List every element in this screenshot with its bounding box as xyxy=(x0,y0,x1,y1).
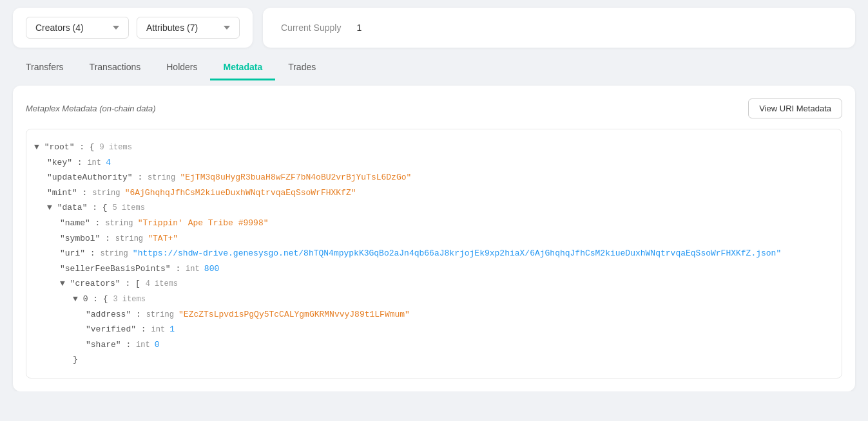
creators-collapse[interactable]: ▼ xyxy=(60,279,65,288)
creators-line: ▼ "creators" : [ 4 items xyxy=(34,276,831,292)
metadata-card: Metaplex Metadata (on-chain data) View U… xyxy=(13,86,855,391)
key-type: int xyxy=(87,158,106,167)
attributes-chevron-icon xyxy=(224,26,230,30)
item0-label: 0 : { xyxy=(83,294,108,304)
key-value: 4 xyxy=(106,158,111,167)
share-value: 0 xyxy=(155,340,160,350)
tab-trades[interactable]: Trades xyxy=(275,55,329,80)
supply-panel: Current Supply 1 xyxy=(263,8,855,48)
verified-value: 1 xyxy=(169,324,175,334)
uri-type: string xyxy=(100,249,132,258)
symbol-value: "TAT+" xyxy=(148,234,178,243)
uri-label: "uri" : xyxy=(60,248,95,258)
data-collapse[interactable]: ▼ xyxy=(47,203,52,212)
seller-fee-line: "sellerFeeBasisPoints" : int 800 xyxy=(34,261,831,277)
name-label: "name" : xyxy=(60,218,100,228)
mint-line: "mint" : string "6AjGhqhqJfhCsM2kiueDuxh… xyxy=(34,185,831,201)
view-uri-button[interactable]: View URI Metadata xyxy=(748,98,842,118)
card-header: Metaplex Metadata (on-chain data) View U… xyxy=(26,98,842,118)
verified-label: "verified" : xyxy=(86,324,146,334)
top-left-panel: Creators (4) Attributes (7) xyxy=(13,8,253,48)
creators-chevron-icon xyxy=(113,26,119,30)
closing-brace: } xyxy=(34,352,831,367)
item0-count: 3 items xyxy=(113,295,145,304)
root-collapse[interactable]: ▼ xyxy=(34,142,39,152)
seller-fee-value: 800 xyxy=(204,264,219,274)
item0-line: ▼ 0 : { 3 items xyxy=(34,292,831,307)
card-title: Metaplex Metadata (on-chain data) xyxy=(26,104,156,113)
supply-label: Current Supply xyxy=(281,23,341,33)
data-line: ▼ "data" : { 5 items xyxy=(34,200,831,216)
closing-brace-bracket: } xyxy=(73,355,78,364)
address-line: "address" : string "EZcZTsLpvdisPgQy5TcC… xyxy=(34,307,831,323)
uri-value[interactable]: "https://shdw-drive.genesysgo.net/8hTQN4… xyxy=(133,248,781,258)
mint-label: "mint" : xyxy=(47,188,87,198)
creators-array-label: "creators" : [ xyxy=(70,279,140,288)
creators-label: Creators (4) xyxy=(35,23,84,33)
symbol-type: string xyxy=(115,234,148,243)
update-authority-line: "updateAuthority" : string "EjTM3q8uHygR… xyxy=(34,170,831,185)
symbol-label: "symbol" : xyxy=(60,234,110,243)
verified-type: int xyxy=(151,325,169,334)
creators-count: 4 items xyxy=(146,279,178,288)
share-line: "share" : int 0 xyxy=(34,337,831,353)
address-value: "EZcZTsLpvdisPgQy5TcCALYgmGKRMNvvyJ89t1L… xyxy=(178,310,410,319)
root-count: 9 items xyxy=(99,143,131,152)
name-line: "name" : string "Trippin' Ape Tribe #999… xyxy=(34,216,831,231)
name-type: string xyxy=(105,219,137,228)
creators-dropdown[interactable]: Creators (4) xyxy=(26,17,129,39)
update-authority-label: "updateAuthority" : xyxy=(47,173,142,182)
tab-metadata[interactable]: Metadata xyxy=(210,55,275,80)
tab-transfers[interactable]: Transfers xyxy=(13,55,77,80)
symbol-line: "symbol" : string "TAT+" xyxy=(34,231,831,247)
root-key: "root" : { xyxy=(44,142,95,152)
seller-fee-label: "sellerFeeBasisPoints" : xyxy=(60,264,180,274)
address-type: string xyxy=(146,310,178,319)
seller-fee-type: int xyxy=(186,265,204,274)
key-label: "key" : xyxy=(47,158,82,167)
update-authority-type: string xyxy=(148,173,180,182)
update-authority-value: "EjTM3q8uHygR3buaH8wFZF7bN4oBU2vrBjYuTsL… xyxy=(180,173,411,182)
attributes-label: Attributes (7) xyxy=(146,23,198,33)
data-label: "data" : { xyxy=(57,203,108,212)
key-line: "key" : int 4 xyxy=(34,155,831,171)
supply-value: 1 xyxy=(356,23,362,33)
tab-holders[interactable]: Holders xyxy=(153,55,210,80)
share-label: "share" : xyxy=(86,340,131,350)
uri-line: "uri" : string "https://shdw-drive.genes… xyxy=(34,246,831,261)
json-tree[interactable]: ▼ "root" : { 9 items "key" : int 4 "upda… xyxy=(26,129,842,379)
tabs-container: Transfers Transactions Holders Metadata … xyxy=(13,55,855,80)
tab-transactions[interactable]: Transactions xyxy=(77,55,154,80)
attributes-dropdown[interactable]: Attributes (7) xyxy=(137,17,240,39)
address-label: "address" : xyxy=(86,310,141,319)
share-type: int xyxy=(136,341,155,350)
verified-line: "verified" : int 1 xyxy=(34,322,831,337)
data-count: 5 items xyxy=(112,203,144,212)
mint-value: "6AjGhqhqJfhCsM2kiueDuxhWNqtrvqaEqSsoWrF… xyxy=(125,188,356,198)
item0-collapse[interactable]: ▼ xyxy=(73,294,78,304)
name-value: "Trippin' Ape Tribe #9998" xyxy=(138,218,269,228)
mint-type: string xyxy=(92,189,124,198)
root-line: ▼ "root" : { 9 items xyxy=(34,140,831,155)
